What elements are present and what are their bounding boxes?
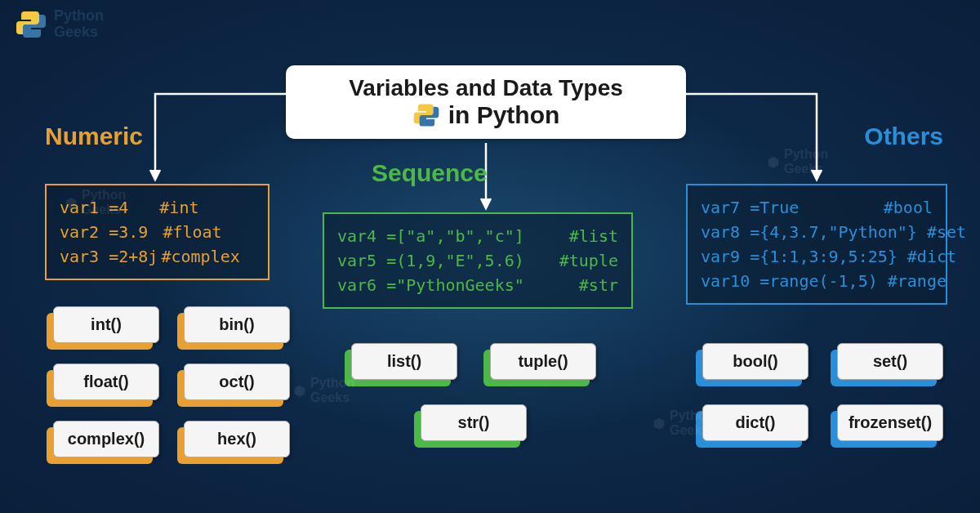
fn-float: float() bbox=[53, 364, 159, 400]
fn-set: set() bbox=[837, 343, 943, 380]
python-logo-icon bbox=[15, 8, 47, 41]
fn-tuple: tuple() bbox=[490, 343, 596, 380]
watermark: ⬢PythonGeeks bbox=[294, 376, 354, 405]
fn-bool: bool() bbox=[702, 343, 808, 380]
numeric-label: Numeric bbox=[45, 123, 143, 150]
watermark: ⬢PythonGeeks bbox=[768, 147, 828, 176]
sequence-code-box: var4 =["a","b","c"]#list var5 =(1,9,"E",… bbox=[323, 212, 633, 309]
fn-hex: hex() bbox=[184, 421, 290, 457]
fn-str: str() bbox=[421, 404, 527, 441]
title-line1: Variables and Data Types bbox=[302, 75, 670, 101]
fn-int: int() bbox=[53, 306, 159, 343]
fn-dict: dict() bbox=[702, 404, 808, 441]
sequence-label: Sequence bbox=[372, 159, 488, 187]
others-label: Others bbox=[864, 123, 943, 150]
brand-logo: Python Geeks bbox=[15, 8, 104, 41]
watermark: ⬢PythonGeeks bbox=[65, 188, 126, 217]
watermark: ⬢PythonGeeks bbox=[653, 408, 714, 438]
fn-bin: bin() bbox=[184, 306, 290, 343]
title-box: Variables and Data Types in Python bbox=[286, 65, 686, 139]
fn-frozenset: frozenset() bbox=[837, 404, 943, 441]
fn-list: list() bbox=[351, 343, 457, 380]
fn-oct: oct() bbox=[184, 364, 290, 400]
others-code-box: var7 =True#bool var8 ={4,3.7,"Python"}#s… bbox=[686, 184, 947, 305]
brand-text: Python Geeks bbox=[54, 8, 104, 41]
fn-complex: complex() bbox=[53, 421, 159, 457]
python-icon bbox=[412, 101, 440, 129]
title-line2: in Python bbox=[302, 101, 670, 129]
